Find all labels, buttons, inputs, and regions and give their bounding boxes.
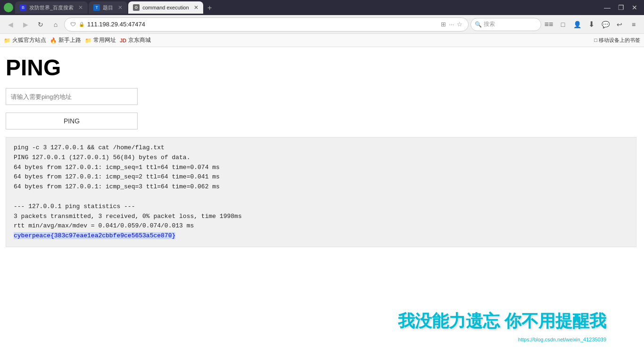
address-bar[interactable]: 🛡 🔒 111.198.29.45:47474 ⊞ ··· ☆ [64, 17, 469, 32]
ping-button[interactable]: PING [6, 113, 138, 129]
grid-icon[interactable]: ⊞ [441, 21, 446, 28]
search-icon: 🔍 [475, 21, 482, 28]
home-button[interactable]: ⌂ [49, 18, 62, 31]
tab-question[interactable]: T 题目 ✕ [89, 1, 127, 14]
foxsite-label: 火狐官方站点 [12, 37, 46, 44]
back-arrow-icon[interactable]: ↩ [613, 18, 626, 31]
newuser-icon: 🔥 [50, 37, 57, 44]
foxsite-icon: 📁 [4, 37, 10, 44]
bookmark-star-icon[interactable]: ☆ [457, 21, 462, 28]
search-placeholder-text: 搜索 [484, 20, 495, 28]
tabs-icon[interactable]: □ [556, 18, 570, 31]
tab-baidu-favicon: B [20, 4, 26, 11]
nav-bar: ◀ ▶ ↻ ⌂ 🛡 🔒 111.198.29.45:47474 ⊞ ··· ☆ … [0, 15, 644, 34]
tab-cmd-close[interactable]: ✕ [194, 4, 198, 11]
mobile-bookmarks[interactable]: □ 移动设备上的书签 [594, 37, 640, 44]
page-content: PING PING ping -c 3 127.0.0.1 && cat /ho… [0, 47, 644, 282]
close-button[interactable]: ✕ [629, 4, 640, 11]
common-icon: 📁 [85, 37, 91, 44]
new-tab-button[interactable]: + [204, 2, 215, 14]
ping-input[interactable] [6, 88, 138, 105]
download-icon[interactable]: ⬇ [585, 18, 598, 31]
tab-cmd-favicon: ⚙ [133, 4, 140, 11]
tab-command-execution[interactable]: ⚙ command execution ✕ [128, 1, 203, 14]
tab-baidu-label: 攻防世界_百度搜索 [29, 4, 74, 11]
more-icon[interactable]: ··· [449, 21, 454, 28]
tab-baidu-close[interactable]: ✕ [78, 4, 83, 11]
bookmark-common[interactable]: 📁 常用网址 [85, 37, 116, 44]
refresh-button[interactable]: ↻ [34, 18, 47, 31]
bookmark-jd[interactable]: JD 京东商城 [120, 37, 151, 44]
tab-question-label: 题目 [103, 4, 113, 11]
url-text: 111.198.29.45:47474 [87, 21, 438, 28]
lock-icon: 🔒 [79, 22, 84, 27]
chat-icon[interactable]: 💬 [599, 18, 612, 31]
back-button[interactable]: ◀ [4, 18, 17, 31]
address-actions: ⊞ ··· ☆ [441, 21, 462, 28]
flag-text: cyberpeace{383c97eae1ea2cbbfe9ce5653a5ce… [14, 232, 175, 239]
title-bar: B 攻防世界_百度搜索 ✕ T 题目 ✕ ⚙ command execution… [0, 0, 644, 15]
tab-question-favicon: T [93, 4, 100, 11]
bookmark-newuser[interactable]: 🔥 新手上路 [50, 37, 81, 44]
output-box: ping -c 3 127.0.0.1 && cat /home/flag.tx… [6, 137, 636, 247]
jd-icon: JD [120, 38, 126, 43]
common-label: 常用网址 [93, 37, 116, 44]
tab-cmd-label: command execution [142, 5, 189, 10]
search-bar-input[interactable]: 🔍 搜索 [471, 18, 541, 31]
bookmarks-bar: 📁 火狐官方站点 🔥 新手上路 📁 常用网址 JD 京东商城 □ 移动设备上的书… [0, 34, 644, 47]
tabs-container: B 攻防世界_百度搜索 ✕ T 题目 ✕ ⚙ command execution… [15, 1, 599, 14]
tab-baidu[interactable]: B 攻防世界_百度搜索 ✕ [15, 1, 88, 14]
library-icon[interactable]: ≡≡ [542, 18, 555, 31]
window-controls: — ❐ ✕ [601, 4, 640, 11]
forward-button[interactable]: ▶ [19, 18, 32, 31]
browser-chrome: B 攻防世界_百度搜索 ✕ T 题目 ✕ ⚙ command execution… [0, 0, 644, 47]
menu-icon[interactable]: ≡ [627, 18, 640, 31]
minimize-button[interactable]: — [601, 4, 613, 11]
jd-label: 京东商城 [128, 37, 151, 44]
tab-question-close[interactable]: ✕ [118, 4, 123, 11]
maximize-button[interactable]: ❐ [615, 4, 627, 11]
shield-icon: 🛡 [70, 21, 76, 28]
browser-icon [4, 3, 13, 12]
nav-right-toolbar: 🔍 搜索 ≡≡ □ 👤 ⬇ 💬 ↩ ≡ [471, 18, 640, 31]
page-title: PING [6, 55, 638, 81]
newuser-label: 新手上路 [58, 37, 81, 44]
bookmark-foxsite[interactable]: 📁 火狐官方站点 [4, 37, 46, 44]
account-icon[interactable]: 👤 [570, 18, 584, 31]
